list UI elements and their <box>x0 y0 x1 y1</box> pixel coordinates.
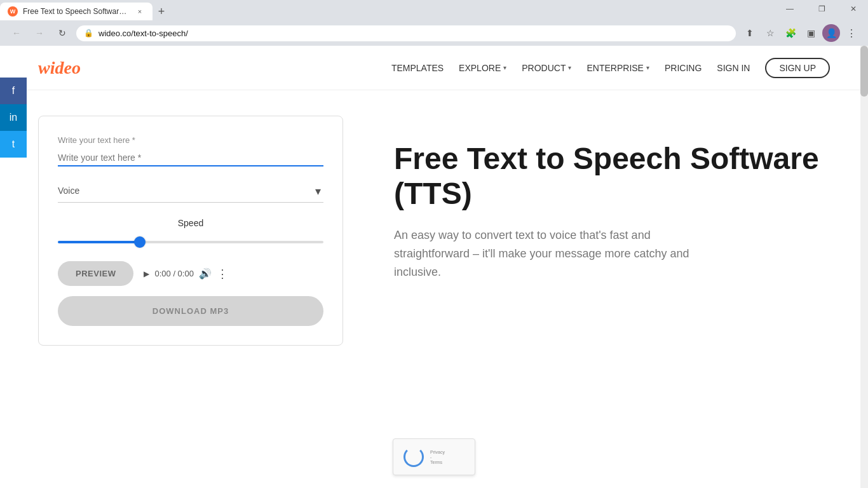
nav-product[interactable]: PRODUCT ▾ <box>522 63 571 73</box>
url-text: wideo.co/text-to-speech/ <box>98 29 188 38</box>
browser-chrome: W Free Text to Speech Software (TT × + —… <box>0 0 868 46</box>
speed-slider[interactable] <box>58 241 323 243</box>
tab-close-icon[interactable]: × <box>135 6 145 17</box>
play-icon[interactable]: ▶ <box>144 269 149 278</box>
facebook-icon: f <box>12 85 15 97</box>
controls-row: PREVIEW ▶ 0:00 / 0:00 🔊 ⋮ <box>58 261 323 286</box>
menu-icon[interactable]: ⋮ <box>843 24 860 42</box>
back-button[interactable]: ← <box>8 24 25 42</box>
window-minimize-button[interactable]: — <box>775 0 804 18</box>
lock-icon: 🔒 <box>84 29 93 37</box>
more-options-icon[interactable]: ⋮ <box>217 267 228 281</box>
url-bar[interactable]: 🔒 wideo.co/text-to-speech/ <box>76 25 736 41</box>
linkedin-share-button[interactable]: in <box>0 104 27 131</box>
page-content: f in t wideo TEMPLATES EXPLORE ▾ PRODUCT… <box>0 46 868 488</box>
volume-icon[interactable]: 🔊 <box>199 268 212 280</box>
tab-favicon: W <box>8 6 18 17</box>
text-input-field[interactable] <box>58 150 323 166</box>
twitter-share-button[interactable]: t <box>0 131 27 158</box>
window-maximize-button[interactable]: ❐ <box>807 0 836 18</box>
recaptcha-spinner <box>403 447 424 467</box>
hero-description: An easy way to convert text to voice tha… <box>394 226 724 281</box>
browser-tab[interactable]: W Free Text to Speech Software (TT × <box>0 3 153 20</box>
download-mp3-button[interactable]: DOWNLOAD MP3 <box>58 296 323 326</box>
extensions-icon[interactable]: 🧩 <box>782 24 799 42</box>
hero-content: Free Text to Speech Software (TTS) An ea… <box>394 116 830 281</box>
text-input-label: Write your text here * <box>58 135 323 145</box>
signup-button[interactable]: SIGN UP <box>765 58 830 78</box>
nav-enterprise[interactable]: ENTERPRISE ▾ <box>587 63 649 73</box>
scrollbar-thumb[interactable] <box>860 46 868 97</box>
sidebar-icon[interactable]: ▣ <box>802 24 820 42</box>
linkedin-icon: in <box>10 112 17 123</box>
navigation: wideo TEMPLATES EXPLORE ▾ PRODUCT ▾ ENTE… <box>0 46 868 90</box>
tts-card: Write your text here * Voice ▾ Speed PRE… <box>38 116 343 346</box>
voice-select-wrapper: Voice ▾ <box>58 179 323 203</box>
window-close-button[interactable]: ✕ <box>839 0 868 18</box>
speed-slider-wrapper <box>58 234 323 246</box>
audio-player: ▶ 0:00 / 0:00 🔊 ⋮ <box>144 267 227 281</box>
recaptcha-separator: - <box>430 455 445 459</box>
voice-select[interactable]: Voice <box>58 179 323 203</box>
recaptcha-widget: Privacy - Terms <box>393 438 475 475</box>
hero-title: Free Text to Speech Software (TTS) <box>394 141 830 211</box>
forward-button[interactable]: → <box>31 24 48 42</box>
nav-links: TEMPLATES EXPLORE ▾ PRODUCT ▾ ENTERPRISE… <box>391 58 830 78</box>
logo[interactable]: wideo <box>38 58 81 78</box>
profile-avatar[interactable]: 👤 <box>822 24 840 42</box>
social-sidebar: f in t <box>0 78 27 158</box>
nav-templates[interactable]: TEMPLATES <box>391 63 444 73</box>
chevron-down-icon: ▾ <box>568 64 571 71</box>
new-tab-button[interactable]: + <box>153 3 170 20</box>
chevron-down-icon: ▾ <box>646 64 649 71</box>
share-icon[interactable]: ⬆ <box>741 24 759 42</box>
signin-button[interactable]: SIGN IN <box>717 63 750 73</box>
speed-label: Speed <box>58 218 323 228</box>
nav-pricing[interactable]: PRICING <box>665 63 702 73</box>
refresh-button[interactable]: ↻ <box>53 24 71 42</box>
chevron-down-icon: ▾ <box>503 64 506 71</box>
main-content: Write your text here * Voice ▾ Speed PRE… <box>0 90 868 371</box>
scrollbar-track[interactable] <box>860 46 868 488</box>
recaptcha-terms-link[interactable]: Terms <box>430 460 445 464</box>
audio-time: 0:00 / 0:00 <box>154 269 193 278</box>
tab-title: Free Text to Speech Software (TT <box>23 7 130 16</box>
facebook-share-button[interactable]: f <box>0 78 27 104</box>
recaptcha-text: Privacy - Terms <box>430 450 445 464</box>
recaptcha-privacy-link[interactable]: Privacy <box>430 450 445 454</box>
nav-explore[interactable]: EXPLORE ▾ <box>459 63 506 73</box>
bookmark-icon[interactable]: ☆ <box>761 24 779 42</box>
preview-button[interactable]: PREVIEW <box>58 261 133 286</box>
twitter-icon: t <box>12 139 15 150</box>
